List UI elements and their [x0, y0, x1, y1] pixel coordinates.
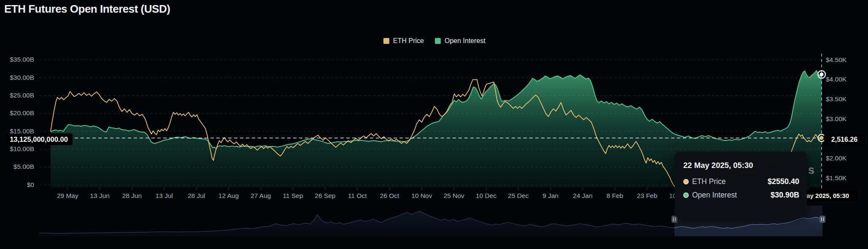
right-axis-tick: $3.50K — [826, 95, 846, 103]
x-axis-tick: 24 Jan — [573, 192, 593, 200]
right-axis-tick: $1.50K — [826, 174, 846, 182]
right-axis-tick: $4.00K — [826, 76, 846, 83]
x-axis-tick: 29 May — [57, 192, 78, 200]
tooltip-label: Open Interest — [692, 191, 737, 200]
left-axis-tick: $30.00B — [0, 74, 34, 81]
tooltip-label: ETH Price — [692, 177, 726, 186]
eth-price-bullet-icon — [683, 179, 689, 184]
x-axis-tick: 9 Jan — [542, 192, 558, 200]
tooltip-date: 22 May 2025, 05:30 — [683, 161, 799, 170]
navigator-handle-right[interactable] — [819, 216, 825, 223]
x-axis-tick: 27 Aug — [251, 192, 271, 200]
x-axis-tick: 23 Feb — [637, 192, 657, 200]
chart-page: ETH Futures Open Interest (USD) ETH Pric… — [0, 0, 868, 249]
x-axis-tick: 10 Nov — [411, 192, 432, 200]
chart-legend: ETH Price Open Interest — [383, 37, 485, 45]
eth-price-swatch-icon — [383, 38, 389, 44]
right-axis-tick: $4.50K — [826, 56, 846, 64]
open-interest-bullet-icon — [683, 192, 689, 198]
chart-tooltip: 22 May 2025, 05:30 ETH Price $2550.40 Op… — [675, 152, 807, 218]
right-axis-tick: $2.00K — [826, 154, 846, 162]
legend-label: ETH Price — [393, 37, 424, 45]
x-axis-tick: 26 Sep — [315, 192, 335, 200]
x-axis-tick: 8 Feb — [607, 192, 623, 200]
x-axis-tick: 25 Nov — [444, 192, 464, 200]
open-interest-swatch-icon — [435, 38, 441, 44]
tooltip-value: $30.90B — [771, 191, 799, 200]
legend-item-open-interest[interactable]: Open Interest — [435, 37, 485, 45]
x-axis-tick: 13 Jun — [90, 192, 110, 200]
left-axis-tick: $35.00B — [0, 56, 34, 63]
x-axis-tick: 25 Dec — [508, 192, 528, 200]
x-axis-tick: 12 Aug — [218, 192, 239, 200]
tooltip-row-eth-price: ETH Price $2550.40 — [683, 177, 799, 186]
tooltip-row-open-interest: Open Interest $30.90B — [683, 191, 799, 200]
left-axis-tick: $5.00B — [0, 163, 34, 171]
x-axis-tick: 28 Jul — [188, 192, 205, 200]
legend-item-eth-price[interactable]: ETH Price — [383, 37, 424, 45]
right-axis-tick: $3.00K — [826, 115, 846, 123]
watermark: s — [808, 164, 814, 177]
legend-label: Open Interest — [445, 37, 485, 45]
crosshair-left-value-label: 13,125,000,000.00 — [5, 133, 73, 145]
x-axis-tick: 10 Dec — [476, 192, 496, 200]
crosshair-right-value-label: 2,516.26 — [824, 134, 865, 145]
tooltip-value: $2550.40 — [768, 177, 799, 186]
x-axis-tick: 11 Sep — [283, 192, 303, 200]
left-axis-tick: $25.00B — [0, 92, 34, 99]
x-axis-tick: 28 Jun — [122, 192, 142, 200]
left-axis-tick: $20.00B — [0, 109, 34, 117]
left-axis-tick: $10.00B — [0, 145, 34, 153]
left-axis-tick: $0 — [0, 181, 34, 189]
x-axis-tick: 13 Jul — [156, 192, 173, 200]
x-axis-tick: 26 Oct — [380, 192, 399, 200]
x-axis-tick: 11 Oct — [348, 192, 367, 200]
